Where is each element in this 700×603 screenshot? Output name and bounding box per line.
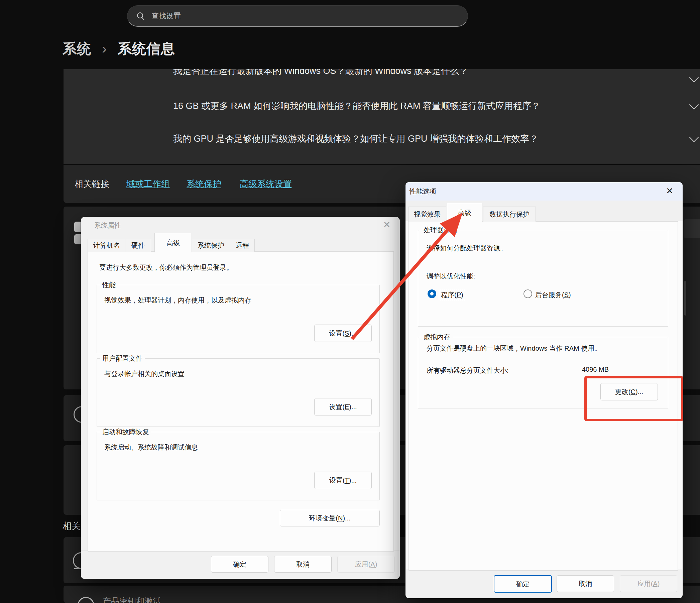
virtual-memory-group: 虚拟内存 分页文件是硬盘上的一块区域，Windows 当作 RAM 使用。 所有… <box>418 337 668 408</box>
search-icon <box>136 12 145 23</box>
breadcrumb: 系统 › 系统信息 <box>62 40 175 58</box>
group-label: 虚拟内存 <box>421 333 453 342</box>
link-system-protection[interactable]: 系统保护 <box>186 178 221 190</box>
cancel-button[interactable]: 取消 <box>557 575 614 592</box>
link-domain-workgroup[interactable]: 域或工作组 <box>126 178 170 190</box>
group-desc: 与登录帐户相关的桌面设置 <box>104 369 184 378</box>
group-desc: 选择如何分配处理器资源。 <box>427 244 507 253</box>
group-desc: 分页文件是硬盘上的一块区域，Windows 当作 RAM 使用。 <box>427 344 601 353</box>
breadcrumb-parent[interactable]: 系统 <box>62 40 91 58</box>
rename-pc-button-fragment[interactable] <box>684 219 700 238</box>
processor-scheduling-group: 处理器计划 选择如何分配处理器资源。 调整以优化性能: 程序(P) 后台服务(S… <box>418 230 668 327</box>
change-button[interactable]: 更改(C)... <box>600 383 658 400</box>
environment-variables-button[interactable]: 环境变量(N)... <box>280 510 380 526</box>
cancel-button[interactable]: 取消 <box>274 556 332 573</box>
group-label: 性能 <box>100 280 118 290</box>
close-icon[interactable]: ✕ <box>383 220 391 229</box>
related-section-heading: 相关 <box>62 520 80 532</box>
tab-system-protection[interactable]: 系统保护 <box>191 238 231 252</box>
dialog-title: 性能选项 <box>409 187 436 196</box>
paging-total-label: 所有驱动器总分页文件大小: <box>427 366 509 375</box>
tab-advanced[interactable]: 高级 <box>154 233 192 252</box>
page-title: 系统信息 <box>118 40 175 58</box>
dialog-footer: 确定 取消 应用(A) <box>406 570 682 598</box>
faq-question[interactable]: 我是否正在运行最新版本的 Windows OS？最新的 Windows 版本是什… <box>173 69 468 77</box>
ok-button[interactable]: 确定 <box>494 575 552 593</box>
performance-group: 性能 视觉效果，处理器计划，内存使用，以及虚拟内存 设置(S)... <box>97 285 380 353</box>
performance-options-dialog: 性能选项 ✕ 视觉效果 高级 数据执行保护 处理器计划 选择如何分配处理器资源。… <box>405 182 683 598</box>
dialog-footer: 确定 取消 应用(A) <box>81 551 399 579</box>
link-advanced-system-settings[interactable]: 高级系统设置 <box>240 178 292 190</box>
help-icon-bar <box>74 568 81 569</box>
dialog-title: 系统属性 <box>94 221 121 230</box>
search-placeholder: 查找设置 <box>151 11 181 21</box>
group-label: 用户配置文件 <box>100 354 145 363</box>
group-label: 处理器计划 <box>421 226 459 235</box>
system-properties-dialog: 系统属性 ✕ 计算机名 硬件 高级 系统保护 远程 要进行大多数更改，你必须作为… <box>81 217 400 579</box>
ok-button[interactable]: 确定 <box>211 556 269 573</box>
admin-note: 要进行大多数更改，你必须作为管理员登录。 <box>99 263 233 272</box>
apply-button: 应用(A) <box>337 556 395 573</box>
group-desc: 视觉效果，处理器计划，内存使用，以及虚拟内存 <box>104 296 251 305</box>
page-scrollbar[interactable] <box>684 281 686 316</box>
user-profiles-group: 用户配置文件 与登录帐户相关的桌面设置 设置(E)... <box>97 358 380 427</box>
startup-recovery-group: 启动和故障恢复 系统启动、系统故障和调试信息 设置(T)... <box>97 432 380 500</box>
tab-remote[interactable]: 远程 <box>230 238 255 252</box>
tab-advanced[interactable]: 高级 <box>447 203 482 222</box>
product-key-label: 产品密钥和激活 <box>103 596 161 603</box>
adjust-label: 调整以优化性能: <box>427 272 475 281</box>
radio-programs-label[interactable]: 程序(P) <box>439 290 465 300</box>
radio-background-services[interactable] <box>524 290 532 298</box>
group-desc: 系统启动、系统故障和调试信息 <box>104 443 198 452</box>
startup-recovery-settings-button[interactable]: 设置(T)... <box>314 472 372 489</box>
tab-visual-effects[interactable]: 视觉效果 <box>408 206 446 222</box>
paging-total-value: 4096 MB <box>582 366 609 373</box>
performance-settings-button[interactable]: 设置(S)... <box>314 325 372 342</box>
user-profiles-settings-button[interactable]: 设置(E)... <box>314 398 372 416</box>
faq-question[interactable]: 我的 GPU 是否足够使用高级游戏和视频体验？如何让专用 GPU 增强我的体验和… <box>173 133 538 145</box>
search-input[interactable]: 查找设置 <box>127 5 468 27</box>
radio-programs[interactable] <box>428 290 436 298</box>
apply-button: 应用(A) <box>620 575 677 592</box>
radio-background-services-label[interactable]: 后台服务(S) <box>535 291 571 300</box>
faq-card: 我是否正在运行最新版本的 Windows OS？最新的 Windows 版本是什… <box>64 69 700 164</box>
tab-computer-name[interactable]: 计算机名 <box>88 238 126 252</box>
group-label: 启动和故障恢复 <box>100 428 151 436</box>
tab-dep[interactable]: 数据执行保护 <box>483 206 536 222</box>
faq-question[interactable]: 16 GB 或更多 RAM 如何影响我的电脑性能？能否使用此 RAM 容量顺畅运… <box>173 100 540 112</box>
dialog-titlebar <box>405 182 683 201</box>
related-links-label: 相关链接 <box>75 178 109 190</box>
tab-hardware[interactable]: 硬件 <box>125 238 151 252</box>
close-icon[interactable]: ✕ <box>666 186 673 195</box>
breadcrumb-separator-icon: › <box>102 41 107 57</box>
